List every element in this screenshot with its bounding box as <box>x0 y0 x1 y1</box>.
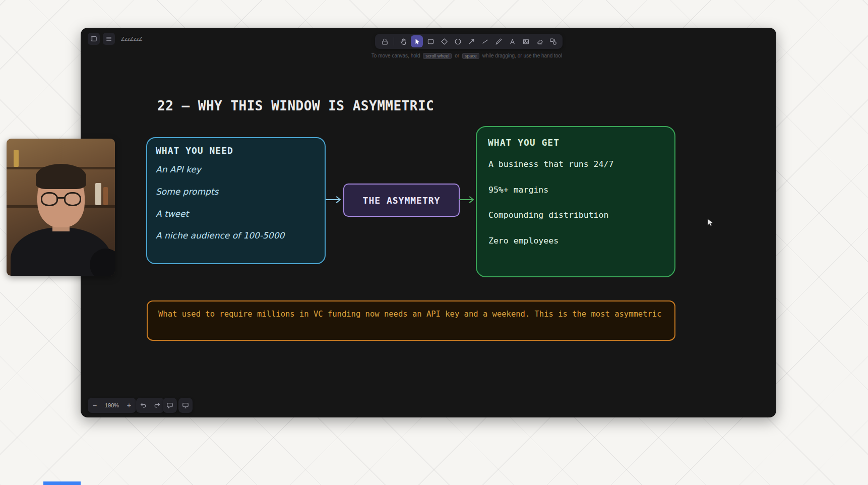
mouse-cursor-icon <box>706 218 715 228</box>
tool-ellipse[interactable] <box>452 35 464 47</box>
tool-image[interactable] <box>520 35 532 47</box>
present-icon <box>181 401 190 409</box>
webcam-overlay <box>7 139 115 276</box>
zoom-out-button[interactable]: − <box>88 398 102 413</box>
tool-diamond[interactable] <box>438 35 450 47</box>
glasses <box>38 192 84 207</box>
present-button[interactable] <box>178 398 193 413</box>
arrow-icon <box>467 37 476 46</box>
arrow-asymmetry-to-get[interactable] <box>458 194 478 205</box>
line-icon <box>481 37 489 46</box>
background-book <box>103 187 108 205</box>
need-item: An API key <box>156 164 201 174</box>
glasses-bridge <box>57 197 65 199</box>
undo-button[interactable] <box>136 398 150 413</box>
sidebar-toggle-button[interactable] <box>88 33 100 45</box>
text-icon <box>508 37 517 46</box>
tool-hand[interactable] <box>397 35 409 47</box>
shapes-icon <box>549 37 557 46</box>
ellipse-icon <box>454 37 462 46</box>
zoom-controls: − 190% + <box>88 398 136 413</box>
toolbar-divider <box>394 37 394 45</box>
need-box-heading: WHAT YOU NEED <box>156 145 233 156</box>
cursor-icon <box>413 37 421 46</box>
window-chrome: ZzzZzzZ <box>88 33 142 45</box>
arrow-need-to-asymmetry[interactable] <box>325 194 345 205</box>
tool-eraser[interactable] <box>533 35 545 47</box>
hand-icon <box>399 37 408 46</box>
hint-key-scroll: scroll wheel <box>423 53 452 59</box>
background-book <box>95 183 101 205</box>
get-item: 95%+ margins <box>488 185 548 195</box>
comment-icon <box>166 401 174 409</box>
redo-icon <box>153 401 161 409</box>
tool-arrow[interactable] <box>465 35 477 47</box>
get-item: Zero employees <box>488 236 559 246</box>
tool-line[interactable] <box>479 35 491 47</box>
need-box[interactable]: WHAT YOU NEED An API key Some prompts A … <box>146 137 326 264</box>
hint-text-3: while dragging, or use the hand tool <box>482 53 562 58</box>
get-item: A business that runs 24/7 <box>488 159 613 169</box>
image-icon <box>522 37 530 46</box>
screen: ZzzZzzZ <box>0 0 868 485</box>
need-item: A tweet <box>156 209 189 219</box>
whiteboard-window: ZzzZzzZ <box>81 28 776 417</box>
history-controls <box>136 398 164 413</box>
menu-button[interactable] <box>103 33 115 45</box>
summary-banner-text: What used to require millions in VC fund… <box>158 310 662 319</box>
background-book <box>14 150 19 167</box>
need-item: Some prompts <box>156 187 218 197</box>
video-progress-bar[interactable] <box>43 481 81 485</box>
tool-shapes[interactable] <box>547 35 559 47</box>
get-item: Compounding distribution <box>488 210 608 220</box>
hint-text-2: or <box>455 53 459 58</box>
undo-icon <box>139 401 147 409</box>
comment-button[interactable] <box>163 398 177 413</box>
need-item: A niche audience of 100-5000 <box>156 230 284 240</box>
canvas-hint: To move canvas, hold scroll wheel or spa… <box>290 53 643 59</box>
hamburger-icon <box>105 35 113 43</box>
tool-lock[interactable] <box>379 35 391 47</box>
eraser-icon <box>535 37 544 46</box>
asymmetry-box[interactable]: THE ASYMMETRY <box>343 184 460 217</box>
tool-rectangle[interactable] <box>424 35 437 47</box>
sidebar-toggle-icon <box>90 35 98 43</box>
lock-icon <box>381 37 389 46</box>
rectangle-icon <box>426 37 435 46</box>
asymmetry-label: THE ASYMMETRY <box>363 195 441 206</box>
person-hair <box>36 164 86 189</box>
glasses-lens <box>64 192 81 206</box>
get-box[interactable]: WHAT YOU GET A business that runs 24/7 9… <box>476 126 675 277</box>
hint-text-1: To move canvas, hold <box>371 53 420 58</box>
summary-banner[interactable]: What used to require millions in VC fund… <box>147 300 675 341</box>
pencil-icon <box>494 37 503 46</box>
hint-key-space: space <box>462 53 479 59</box>
diamond-icon <box>440 37 449 46</box>
file-name: ZzzZzzZ <box>121 36 142 42</box>
zoom-in-button[interactable]: + <box>122 398 136 413</box>
get-box-heading: WHAT YOU GET <box>488 137 560 148</box>
tool-draw[interactable] <box>492 35 505 47</box>
zoom-level[interactable]: 190% <box>102 402 122 408</box>
slide-title[interactable]: 22 — WHY THIS WINDOW IS ASYMMETRIC <box>157 98 434 113</box>
tool-selection[interactable] <box>411 35 423 47</box>
toolbar <box>375 34 563 49</box>
redo-button[interactable] <box>150 398 164 413</box>
glasses-lens <box>41 192 58 206</box>
tool-text[interactable] <box>506 35 518 47</box>
